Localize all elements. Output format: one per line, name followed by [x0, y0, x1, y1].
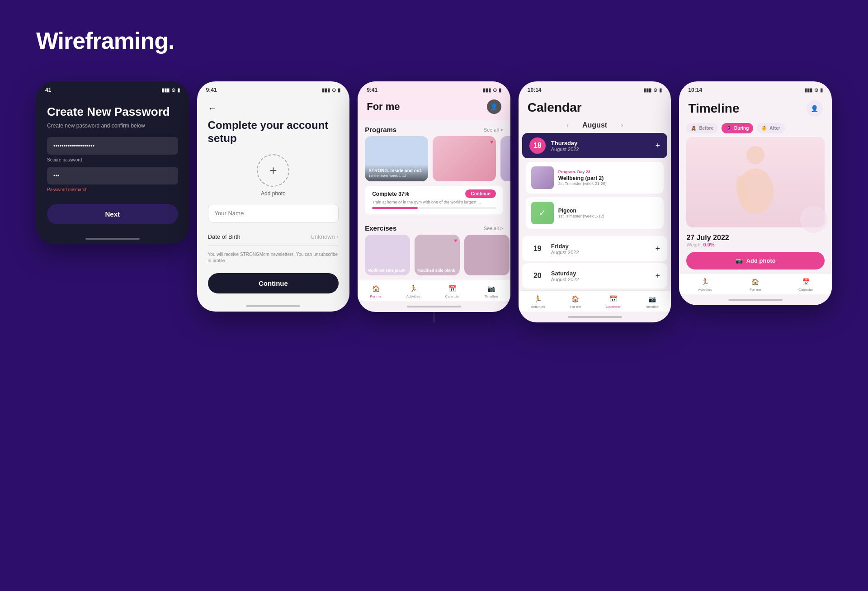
- cal-nav-for-me[interactable]: 🏠 For me: [570, 294, 581, 309]
- nav-timeline[interactable]: 📷 Timeline: [485, 284, 498, 298]
- day-19-name: Friday: [551, 243, 656, 250]
- tl-nav-activities[interactable]: 🏃 Activities: [698, 277, 712, 292]
- exercise-card-1[interactable]: Modified side plank: [365, 235, 410, 275]
- tl-for-me-label: For me: [750, 288, 761, 292]
- program-card-2[interactable]: ♥: [433, 136, 496, 181]
- phone1-content: Create New Password Create new password …: [36, 96, 189, 233]
- program-progress: Complete 37% Continue Train at home or i…: [365, 186, 503, 214]
- program-card-1[interactable]: STRONG. Inside and out. 1st trimester we…: [365, 136, 428, 181]
- day-18-plus[interactable]: +: [656, 141, 660, 151]
- signal-icon-4: ▮▮▮: [643, 87, 651, 93]
- timeline-avatar[interactable]: 👤: [807, 100, 823, 117]
- day-19-number: 19: [529, 241, 546, 257]
- add-photo-button[interactable]: 📷 Add photo: [686, 252, 825, 269]
- time-2: 9:41: [206, 87, 217, 93]
- tl-activities-label: Activities: [698, 288, 712, 292]
- tab-during[interactable]: 🤰 During: [722, 123, 753, 133]
- timeline-weight: Weight 0.0%: [686, 242, 825, 247]
- see-all-programs[interactable]: See all >: [484, 127, 503, 132]
- before-icon: 🧸: [691, 126, 696, 131]
- exercise-card-2[interactable]: ♥ Modified side plank: [415, 235, 460, 275]
- exercises-section-header: Exercises See all >: [358, 219, 510, 235]
- tl-activities-icon: 🏃: [701, 277, 710, 286]
- calendar-nav-icon: 📅: [448, 284, 457, 293]
- weight-value: 0.0%: [703, 242, 714, 247]
- nav-for-me[interactable]: 🏠 For me: [370, 284, 381, 298]
- day-19-plus[interactable]: +: [656, 244, 660, 254]
- nav-for-me-label: For me: [370, 294, 381, 298]
- continue-button[interactable]: Continue: [208, 273, 339, 293]
- cal-nav-timeline[interactable]: 📷 Timeline: [645, 294, 659, 309]
- event-wellbeing[interactable]: Program. Day 23 Wellbeing (part 2) 2st T…: [526, 162, 664, 194]
- cal-nav-calendar[interactable]: 📅 Calendar: [606, 294, 620, 309]
- day-19-row[interactable]: 19 Friday August 2022 +: [522, 236, 668, 261]
- status-icons-5: ▮▮▮ ⊙ ▮: [804, 87, 823, 93]
- confirm-password-input[interactable]: [47, 167, 178, 184]
- password-input[interactable]: [47, 137, 178, 155]
- day-20-row[interactable]: 20 Saturday August 2022 +: [522, 263, 668, 288]
- time-5: 10:14: [688, 87, 702, 93]
- programs-section-header: Programs See all >: [358, 120, 510, 136]
- day-20-plus[interactable]: +: [656, 271, 660, 281]
- cal-activities-label: Activities: [531, 305, 545, 309]
- tl-nav-for-me[interactable]: 🏠 For me: [750, 277, 761, 292]
- cal-activities-icon: 🏃: [533, 294, 542, 303]
- wifi-icon-4: ⊙: [653, 87, 657, 93]
- exercise-card-3[interactable]: [464, 235, 509, 275]
- password-hint: Secure password: [47, 157, 178, 162]
- program-card-3[interactable]: [500, 136, 510, 181]
- tl-nav-calendar[interactable]: 📅 Calendar: [798, 277, 813, 292]
- signal-icon-3: ▮▮▮: [483, 87, 491, 93]
- activities-nav-icon: 🏃: [409, 284, 418, 293]
- time-1: 41: [45, 87, 51, 93]
- event-pigeon[interactable]: ✓ Pigeon 1st Trimester (week 1-12): [526, 197, 664, 229]
- next-button[interactable]: Next: [47, 204, 178, 224]
- programs-label: Programs: [365, 126, 396, 133]
- name-input[interactable]: [208, 204, 339, 222]
- camera-icon: 📷: [736, 257, 743, 264]
- dob-row[interactable]: Date of Birth Unknown ›: [208, 228, 339, 246]
- program-card-1-overlay: STRONG. Inside and out. 1st trimester we…: [365, 165, 428, 181]
- program-card-1-title: STRONG. Inside and out.: [368, 168, 425, 174]
- cal-nav-activities[interactable]: 🏃 Activities: [531, 294, 545, 309]
- avatar[interactable]: 👤: [487, 99, 501, 114]
- signal-icon-2: ▮▮▮: [322, 87, 330, 93]
- battery-icon-2: ▮: [338, 87, 340, 93]
- complete-pct: Complete 37%: [372, 191, 409, 197]
- status-icons-1: ▮▮▮ ⊙ ▮: [161, 87, 180, 93]
- tab-after[interactable]: 👶 After: [757, 123, 784, 133]
- next-month-button[interactable]: ›: [621, 121, 623, 129]
- time-4: 10:14: [528, 87, 542, 93]
- see-all-exercises[interactable]: See all >: [484, 226, 503, 231]
- add-photo-circle[interactable]: +: [257, 154, 289, 187]
- battery-icon-3: ▮: [499, 87, 501, 93]
- nav-activities[interactable]: 🏃 Activities: [406, 284, 420, 298]
- tl-for-me-icon: 🏠: [751, 277, 760, 286]
- pigeon-name: Pigeon: [558, 208, 659, 214]
- day-18-row[interactable]: 18 Thursday August 2022 +: [522, 133, 668, 158]
- plus-icon: +: [269, 163, 277, 178]
- battery-icon-4: ▮: [659, 87, 662, 93]
- day-19-date: August 2022: [551, 250, 656, 255]
- phone-create-password: 41 ▮▮▮ ⊙ ▮ Create New Password Create ne…: [36, 81, 189, 244]
- continue-inline-btn[interactable]: Continue: [465, 189, 495, 198]
- deco-circle: [800, 206, 827, 233]
- nav-calendar[interactable]: 📅 Calendar: [445, 284, 460, 298]
- for-me-nav-icon: 🏠: [371, 284, 380, 293]
- phones-row: 41 ▮▮▮ ⊙ ▮ Create New Password Create ne…: [36, 81, 832, 322]
- home-indicator-4: [568, 316, 622, 318]
- add-photo-label: Add photo: [746, 257, 776, 264]
- cal-for-me-icon: 🏠: [571, 294, 580, 303]
- dob-value: Unknown ›: [311, 233, 339, 240]
- timeline-date-section: 27 July 2022 Weight 0.0%: [679, 232, 832, 248]
- home-indicator-2: [246, 305, 300, 307]
- exercises-scroll: Modified side plank ♥ Modified side plan…: [358, 235, 510, 280]
- phase-tabs: 🧸 Before 🤰 During 👶 After: [679, 119, 832, 137]
- dob-label: Date of Birth: [208, 233, 241, 240]
- timeline-title: Timeline: [688, 101, 739, 116]
- back-button[interactable]: ←: [208, 103, 339, 113]
- tab-before[interactable]: 🧸 Before: [686, 123, 718, 133]
- prev-month-button[interactable]: ‹: [566, 121, 569, 129]
- wifi-icon-3: ⊙: [493, 87, 497, 93]
- phone-timeline: 10:14 ▮▮▮ ⊙ ▮ Timeline 👤 🧸 Before 🤰 Duri…: [679, 81, 832, 305]
